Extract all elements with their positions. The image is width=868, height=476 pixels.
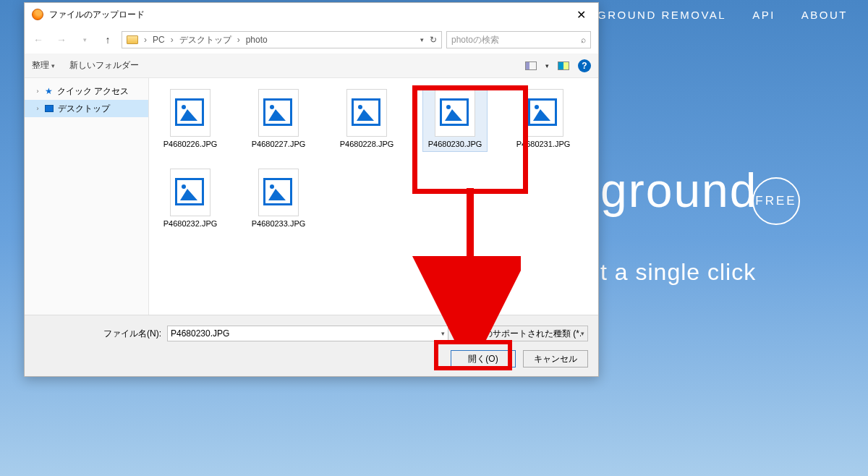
file-label: P4680232.JPG [163,219,218,228]
filename-label: ファイル名(N): [35,328,161,340]
filetype-select[interactable]: すべてのサポートされた種類 (*.jpg;* ▾ [454,326,588,341]
star-icon: ★ [45,86,53,96]
file-label: P4680227.JPG [252,140,306,148]
dialog-toolbar: 整理 新しいフォルダー ▾ ? [25,54,598,78]
organize-button[interactable]: 整理 [32,59,55,72]
breadcrumb-desktop[interactable]: デスクトップ [179,34,231,46]
free-badge: FREE [752,177,800,225]
file-item[interactable]: P4680233.JPG [246,165,311,231]
file-upload-dialog: ファイルのアップロード ✕ ← → ▾ ↑ › PC › デスクトップ › ph… [24,2,599,377]
filename-input[interactable]: P4680230.JPG ▾ [167,326,448,341]
file-item[interactable]: P4680232.JPG [158,165,223,231]
breadcrumb-pc[interactable]: PC [153,35,165,45]
sidebar-item-quick-access[interactable]: › ★ クイック アクセス [25,82,148,100]
back-button[interactable]: ← [29,34,48,46]
forward-button[interactable]: → [52,34,71,46]
file-label: P4680226.JPG [163,140,218,148]
search-placeholder: photoの検索 [451,34,576,46]
file-item[interactable]: P4680226.JPG [158,85,223,152]
view-icons-button[interactable] [525,61,537,70]
dialog-footer: ファイル名(N): P4680230.JPG ▾ すべてのサポートされた種類 (… [25,315,598,376]
chevron-down-icon[interactable]: ▾ [441,330,445,337]
sidebar-item-label: デスクトップ [58,103,110,115]
chevron-right-icon: › [35,105,41,112]
dialog-title: ファイルのアップロード [49,9,145,21]
file-label: P4680231.JPG [516,140,571,148]
file-thumb-icon [170,169,210,216]
folder-icon [127,35,138,44]
firefox-icon [32,9,43,20]
site-nav: GROUND REMOVAL API ABOUT [597,9,848,21]
new-folder-button[interactable]: 新しいフォルダー [69,59,139,72]
nav-link-about[interactable]: ABOUT [801,9,848,21]
dialog-titlebar: ファイルのアップロード ✕ [25,3,598,26]
file-thumb-icon [346,89,387,137]
file-pane[interactable]: P4680226.JPG P4680227.JPG P4680228.JPG P… [149,78,598,315]
chevron-right-icon: › [144,35,147,45]
nav-link-api[interactable]: API [752,9,775,21]
filename-input-value: P4680230.JPG [171,328,229,339]
sidebar-item-label: クイック アクセス [57,85,129,98]
file-label: P4680230.JPG [428,140,482,148]
chevron-right-icon: › [171,35,174,45]
close-button[interactable]: ✕ [568,8,594,22]
recent-dropdown-icon[interactable]: ▾ [75,36,94,43]
file-item[interactable]: P4680231.JPG [511,85,576,152]
desktop-icon [45,105,54,112]
sidebar: › ★ クイック アクセス › デスクトップ [25,78,149,315]
file-thumb-icon [523,89,563,137]
hero-subtitle-fragment: t a single click [600,259,756,286]
refresh-icon[interactable]: ↻ [430,35,437,45]
dialog-navrow: ← → ▾ ↑ › PC › デスクトップ › photo ▾ ↻ photoの… [25,26,598,54]
breadcrumb-photo[interactable]: photo [246,35,268,45]
file-item[interactable]: P4680228.JPG [334,85,399,152]
chevron-down-icon: ▾ [581,330,584,337]
breadcrumb[interactable]: › PC › デスクトップ › photo ▾ ↻ [122,31,442,48]
file-label: P4680228.JPG [340,140,394,148]
sidebar-item-desktop[interactable]: › デスクトップ [25,100,148,117]
file-item[interactable]: P4680227.JPG [246,85,311,152]
file-item-selected[interactable]: P4680230.JPG [422,85,488,152]
chevron-right-icon: › [237,35,240,45]
file-thumb-icon [258,169,299,216]
file-thumb-icon [170,89,210,137]
chevron-down-icon[interactable]: ▾ [420,36,424,43]
filetype-label: すべてのサポートされた種類 (*.jpg;* [458,328,581,340]
hero-title-fragment: ground [600,166,868,214]
search-icon: ⌕ [581,35,586,45]
file-label: P4680233.JPG [252,219,306,228]
nav-link-removal[interactable]: GROUND REMOVAL [597,9,726,21]
open-button[interactable]: 開く(O) [451,350,516,367]
up-button[interactable]: ↑ [98,34,117,46]
file-thumb-icon [435,89,475,137]
search-input[interactable]: photoの検索 ⌕ [446,31,591,48]
chevron-right-icon: › [35,88,41,95]
chevron-down-icon[interactable]: ▾ [545,62,549,69]
cancel-button[interactable]: キャンセル [523,350,588,367]
file-thumb-icon [258,89,299,137]
help-icon[interactable]: ? [578,59,591,72]
preview-pane-button[interactable] [558,61,569,70]
